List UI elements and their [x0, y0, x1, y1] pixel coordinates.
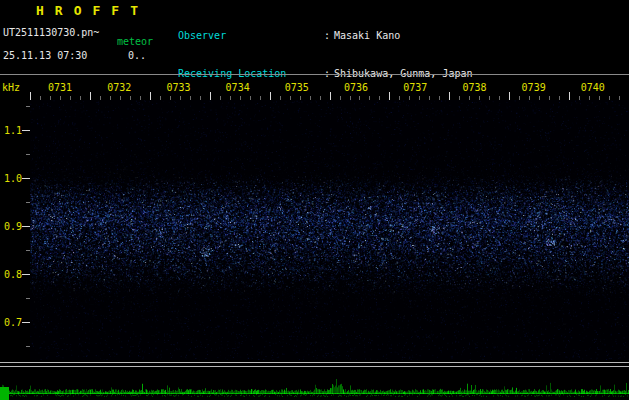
mode-label: meteor — [117, 36, 153, 48]
filename-label: UT2511130730.pn~ — [3, 27, 99, 39]
app-title: HROFFT — [36, 5, 149, 17]
spectrogram-canvas — [30, 100, 629, 360]
freq-major-tick — [22, 130, 30, 131]
level-trace-canvas — [0, 369, 629, 400]
header-divider-line — [0, 74, 629, 75]
hrofft-output-image: HROFFT UT2511130730.pn~ meteor 25.11.13 … — [0, 0, 629, 400]
time-major-tick — [150, 92, 151, 100]
freq-tick-marks — [22, 100, 30, 360]
time-major-tick — [509, 92, 510, 100]
info-value: Masaki Kano — [334, 30, 400, 41]
datetime-label: 25.11.13 07:30 — [3, 50, 87, 62]
time-major-tick — [90, 92, 91, 100]
title-letter: T — [130, 5, 138, 17]
time-major-tick — [569, 92, 570, 100]
freq-major-tick — [22, 274, 30, 275]
freq-major-tick — [22, 226, 30, 227]
title-letter: O — [74, 5, 82, 17]
freq-unit-label: kHz — [2, 82, 20, 94]
time-major-tick — [389, 92, 390, 100]
info-row-observer: Observer:Masaki Kano — [178, 29, 539, 43]
info-label: Observer — [178, 29, 324, 43]
freq-major-tick — [22, 178, 30, 179]
time-major-tick — [449, 92, 450, 100]
title-letter: F — [92, 5, 100, 17]
counter-label: 0.. — [128, 50, 146, 62]
time-tick-marks — [30, 90, 629, 100]
time-major-tick — [270, 92, 271, 100]
title-letter: H — [36, 5, 44, 17]
title-letter: R — [55, 5, 63, 17]
time-major-tick — [30, 92, 31, 100]
time-major-tick — [330, 92, 331, 100]
title-letter: F — [111, 5, 119, 17]
time-major-tick — [210, 92, 211, 100]
level-strip-top-line — [0, 362, 629, 363]
info-separator: : — [324, 29, 334, 43]
level-strip-scale-line — [0, 366, 629, 367]
level-marker-block — [0, 387, 9, 400]
freq-major-tick — [22, 322, 30, 323]
